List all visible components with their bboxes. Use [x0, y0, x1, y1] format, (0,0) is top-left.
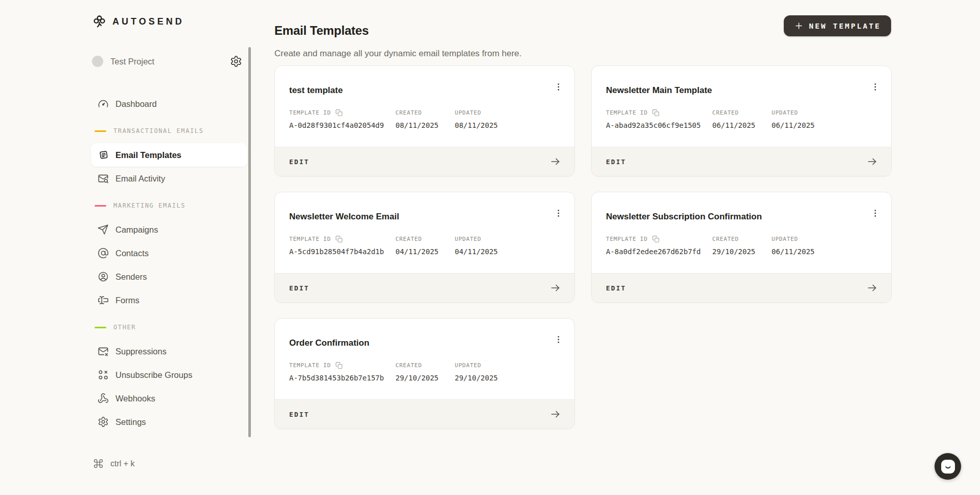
plus-icon [794, 21, 804, 31]
sidebar-item-unsubscribe-groups[interactable]: Unsubscribe Groups [91, 363, 247, 387]
user-circle-icon [98, 271, 109, 282]
copy-icon[interactable] [335, 362, 343, 369]
sidebar-item-senders[interactable]: Senders [91, 265, 247, 288]
sidebar-section-header: MARKETING EMAILS [91, 200, 247, 211]
card-edit-bar[interactable]: EDIT [275, 147, 574, 176]
created-label: CREATED [712, 109, 739, 116]
chat-launcher-button[interactable] [935, 453, 961, 480]
copy-icon[interactable] [652, 235, 660, 243]
template-id-label: TEMPLATE ID [289, 236, 331, 242]
arrow-right-icon[interactable] [550, 409, 561, 420]
card-menu-button[interactable] [552, 80, 565, 94]
sidebar-item-email-templates[interactable]: Email Templates [91, 143, 247, 167]
sidebar-item-label: Settings [115, 417, 146, 427]
gear-icon [230, 55, 242, 68]
template-id-label: TEMPLATE ID [606, 236, 648, 242]
section-header-label: OTHER [113, 324, 136, 331]
sidebar-item-dashboard[interactable]: Dashboard [91, 92, 247, 116]
mail-x-icon [98, 346, 109, 357]
form-input-icon [98, 295, 109, 306]
created-value: 29/10/2025 [712, 248, 772, 256]
copy-icon[interactable] [335, 109, 343, 117]
edit-button[interactable]: EDIT [289, 411, 309, 418]
card-edit-bar[interactable]: EDIT [275, 273, 574, 302]
sidebar-scrollbar[interactable] [248, 47, 251, 437]
section-accent-dash [95, 327, 106, 328]
arrow-right-icon[interactable] [867, 282, 878, 294]
edit-button[interactable]: EDIT [289, 158, 309, 166]
template-meta: TEMPLATE IDA-7b5d381453b26b7e157bCREATED… [289, 362, 564, 382]
project-avatar [92, 56, 103, 67]
created-label: CREATED [712, 236, 739, 242]
template-card: Newsletter Main TemplateTEMPLATE IDA-aba… [591, 65, 892, 176]
card-menu-button[interactable] [869, 207, 882, 220]
card-menu-button[interactable] [552, 333, 565, 346]
gear-icon [98, 416, 109, 428]
card-edit-bar[interactable]: EDIT [592, 273, 891, 302]
card-edit-bar[interactable]: EDIT [275, 399, 574, 429]
sidebar-nav: DashboardTRANSACTIONAL EMAILSEmail Templ… [91, 92, 247, 434]
arrow-right-icon[interactable] [550, 282, 561, 294]
template-title: Newsletter Main Template [606, 85, 712, 96]
kebab-icon [553, 334, 564, 345]
card-menu-button[interactable] [869, 80, 882, 94]
sidebar-item-forms[interactable]: Forms [91, 288, 247, 312]
template-meta: TEMPLATE IDA-abad92a35c06cf9e1505CREATED… [606, 109, 881, 129]
new-template-button-label: NEW TEMPLATE [809, 22, 881, 30]
command-palette-shortcut[interactable]: ctrl + k [93, 458, 135, 469]
sidebar-item-suppressions[interactable]: Suppressions [91, 340, 247, 363]
updated-value: 06/11/2025 [772, 121, 814, 129]
card-edit-bar[interactable]: EDIT [592, 147, 891, 176]
edit-button[interactable]: EDIT [289, 284, 309, 292]
autosend-logo-icon [92, 14, 107, 29]
template-id-value: A-7b5d381453b26b7e157b [289, 374, 395, 382]
sidebar-item-label: Senders [115, 272, 147, 282]
created-value: 04/11/2025 [395, 248, 455, 256]
brand-name: AUTOSEND [112, 16, 184, 27]
updated-value: 08/11/2025 [455, 121, 498, 129]
edit-button[interactable]: EDIT [606, 284, 626, 292]
page-title: Email Templates [274, 24, 369, 38]
template-card-grid: test templateTEMPLATE IDA-0d28f9301cf4a0… [274, 65, 892, 429]
created-value: 06/11/2025 [712, 121, 772, 129]
sidebar-item-settings[interactable]: Settings [91, 410, 247, 434]
updated-value: 04/11/2025 [455, 248, 498, 256]
template-card: test templateTEMPLATE IDA-0d28f9301cf4a0… [274, 65, 575, 176]
page-subtitle: Create and manage all your dynamic email… [274, 49, 522, 59]
sidebar-item-contacts[interactable]: Contacts [91, 241, 247, 265]
sidebar-section-header: TRANSACTIONAL EMAILS [91, 126, 247, 136]
sidebar-item-email-activity[interactable]: Email Activity [91, 167, 247, 190]
sidebar-item-campaigns[interactable]: Campaigns [91, 218, 247, 241]
arrow-right-icon[interactable] [550, 156, 561, 167]
edit-button[interactable]: EDIT [606, 158, 626, 166]
template-card: Order ConfirmationTEMPLATE IDA-7b5d38145… [274, 318, 575, 429]
created-value: 29/10/2025 [395, 374, 455, 382]
template-id-value: A-5cd91b28504f7b4a2d1b [289, 248, 395, 256]
template-title: test template [289, 85, 343, 96]
project-switcher[interactable]: Test Project [92, 53, 242, 70]
at-sign-icon [98, 248, 109, 259]
sidebar-item-label: Suppressions [115, 347, 167, 356]
project-settings-button[interactable] [230, 55, 242, 68]
updated-label: UPDATED [455, 236, 481, 242]
updated-label: UPDATED [772, 236, 798, 242]
sidebar-item-webhooks[interactable]: Webhooks [91, 387, 247, 410]
gauge-icon [98, 98, 109, 109]
new-template-button[interactable]: NEW TEMPLATE [784, 15, 891, 36]
section-header-label: MARKETING EMAILS [113, 202, 185, 209]
template-meta: TEMPLATE IDA-5cd91b28504f7b4a2d1bCREATED… [289, 235, 564, 256]
created-value: 08/11/2025 [395, 121, 455, 129]
template-id-value: A-abad92a35c06cf9e1505 [606, 121, 712, 129]
chat-bubble-icon [941, 460, 955, 474]
template-title: Newsletter Welcome Email [289, 212, 399, 222]
template-id-value: A-0d28f9301cf4a02054d9 [289, 121, 395, 129]
copy-icon[interactable] [652, 109, 660, 117]
kebab-icon [870, 82, 880, 92]
arrow-right-icon[interactable] [867, 156, 878, 167]
copy-icon[interactable] [335, 235, 343, 243]
groups-x-icon [98, 369, 109, 380]
template-title: Newsletter Subscription Confirmation [606, 212, 762, 222]
updated-label: UPDATED [455, 109, 481, 116]
section-accent-dash [95, 205, 106, 207]
card-menu-button[interactable] [552, 207, 565, 220]
